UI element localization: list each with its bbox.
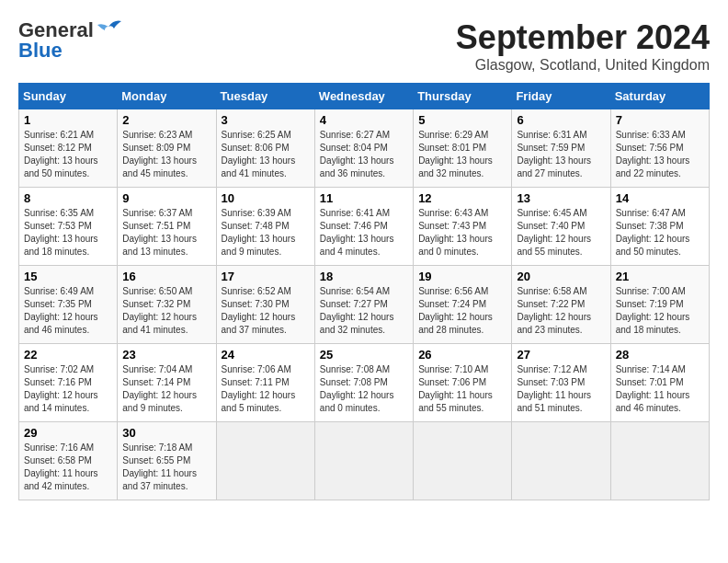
day-number: 15 <box>24 270 112 283</box>
day-number: 2 <box>122 113 210 127</box>
day-number: 7 <box>616 113 704 127</box>
day-number: 20 <box>517 270 605 283</box>
day-number: 19 <box>418 270 506 283</box>
calendar-cell: 6Sunrise: 6:31 AM Sunset: 7:59 PM Daylig… <box>512 109 610 188</box>
day-info: Sunrise: 6:50 AM Sunset: 7:32 PM Dayligh… <box>122 285 210 337</box>
calendar-cell: 17Sunrise: 6:52 AM Sunset: 7:30 PM Dayli… <box>216 266 314 344</box>
calendar-week-1: 1Sunrise: 6:21 AM Sunset: 8:12 PM Daylig… <box>19 109 710 188</box>
day-info: Sunrise: 7:08 AM Sunset: 7:08 PM Dayligh… <box>320 363 408 415</box>
day-number: 23 <box>122 348 210 362</box>
day-number: 6 <box>517 113 605 127</box>
calendar-cell <box>216 422 314 500</box>
logo: General Blue <box>18 18 121 63</box>
calendar-cell: 5Sunrise: 6:29 AM Sunset: 8:01 PM Daylig… <box>414 109 512 188</box>
calendar-cell: 28Sunrise: 7:14 AM Sunset: 7:01 PM Dayli… <box>610 344 709 422</box>
weekday-header-row: SundayMondayTuesdayWednesdayThursdayFrid… <box>19 84 710 109</box>
weekday-header-tuesday: Tuesday <box>216 84 314 109</box>
weekday-header-sunday: Sunday <box>19 84 118 109</box>
calendar-cell: 20Sunrise: 6:58 AM Sunset: 7:22 PM Dayli… <box>512 266 610 344</box>
calendar-cell: 30Sunrise: 7:18 AM Sunset: 6:55 PM Dayli… <box>118 422 216 500</box>
calendar-table: SundayMondayTuesdayWednesdayThursdayFrid… <box>18 83 710 500</box>
day-info: Sunrise: 6:39 AM Sunset: 7:48 PM Dayligh… <box>222 207 310 259</box>
calendar-cell: 14Sunrise: 6:47 AM Sunset: 7:38 PM Dayli… <box>610 188 709 266</box>
location: Glasgow, Scotland, United Kingdom <box>456 57 710 74</box>
day-info: Sunrise: 6:35 AM Sunset: 7:53 PM Dayligh… <box>24 207 112 259</box>
day-number: 9 <box>122 191 210 205</box>
day-info: Sunrise: 6:45 AM Sunset: 7:40 PM Dayligh… <box>517 207 605 259</box>
day-info: Sunrise: 6:43 AM Sunset: 7:43 PM Dayligh… <box>418 207 506 259</box>
calendar-cell: 19Sunrise: 6:56 AM Sunset: 7:24 PM Dayli… <box>414 266 512 344</box>
weekday-header-monday: Monday <box>118 84 216 109</box>
day-number: 18 <box>320 270 408 283</box>
calendar-week-4: 22Sunrise: 7:02 AM Sunset: 7:16 PM Dayli… <box>19 344 710 422</box>
weekday-header-saturday: Saturday <box>610 84 709 109</box>
calendar-cell: 16Sunrise: 6:50 AM Sunset: 7:32 PM Dayli… <box>118 266 216 344</box>
day-number: 17 <box>222 270 310 283</box>
calendar-cell: 1Sunrise: 6:21 AM Sunset: 8:12 PM Daylig… <box>19 109 118 188</box>
calendar-cell: 4Sunrise: 6:27 AM Sunset: 8:04 PM Daylig… <box>314 109 413 188</box>
day-info: Sunrise: 7:06 AM Sunset: 7:11 PM Dayligh… <box>222 363 310 415</box>
day-number: 29 <box>24 426 112 440</box>
calendar-week-2: 8Sunrise: 6:35 AM Sunset: 7:53 PM Daylig… <box>19 188 710 266</box>
day-number: 26 <box>418 348 506 362</box>
day-info: Sunrise: 7:16 AM Sunset: 6:58 PM Dayligh… <box>24 442 112 493</box>
day-number: 12 <box>418 191 506 205</box>
calendar-cell: 15Sunrise: 6:49 AM Sunset: 7:35 PM Dayli… <box>19 266 118 344</box>
day-info: Sunrise: 6:56 AM Sunset: 7:24 PM Dayligh… <box>418 285 506 337</box>
weekday-header-thursday: Thursday <box>414 84 512 109</box>
day-info: Sunrise: 6:21 AM Sunset: 8:12 PM Dayligh… <box>24 129 112 180</box>
day-number: 4 <box>320 113 408 127</box>
calendar-week-3: 15Sunrise: 6:49 AM Sunset: 7:35 PM Dayli… <box>19 266 710 344</box>
calendar-cell: 7Sunrise: 6:33 AM Sunset: 7:56 PM Daylig… <box>610 109 709 188</box>
calendar-cell: 26Sunrise: 7:10 AM Sunset: 7:06 PM Dayli… <box>414 344 512 422</box>
day-info: Sunrise: 6:29 AM Sunset: 8:01 PM Dayligh… <box>418 129 506 180</box>
day-info: Sunrise: 6:49 AM Sunset: 7:35 PM Dayligh… <box>24 285 112 337</box>
calendar-cell: 21Sunrise: 7:00 AM Sunset: 7:19 PM Dayli… <box>610 266 709 344</box>
day-info: Sunrise: 7:14 AM Sunset: 7:01 PM Dayligh… <box>616 363 704 415</box>
page-header: General Blue September 2024 Glasgow, Sco… <box>18 18 710 74</box>
calendar-week-5: 29Sunrise: 7:16 AM Sunset: 6:58 PM Dayli… <box>19 422 710 500</box>
day-number: 16 <box>122 270 210 283</box>
day-info: Sunrise: 7:10 AM Sunset: 7:06 PM Dayligh… <box>418 363 506 415</box>
day-number: 5 <box>418 113 506 127</box>
day-number: 28 <box>616 348 704 362</box>
calendar-cell: 25Sunrise: 7:08 AM Sunset: 7:08 PM Dayli… <box>314 344 413 422</box>
calendar-cell: 18Sunrise: 6:54 AM Sunset: 7:27 PM Dayli… <box>314 266 413 344</box>
day-number: 27 <box>517 348 605 362</box>
weekday-header-friday: Friday <box>512 84 610 109</box>
day-number: 22 <box>24 348 112 362</box>
day-number: 13 <box>517 191 605 205</box>
calendar-cell: 8Sunrise: 6:35 AM Sunset: 7:53 PM Daylig… <box>19 188 118 266</box>
day-number: 8 <box>24 191 112 205</box>
day-info: Sunrise: 6:52 AM Sunset: 7:30 PM Dayligh… <box>222 285 310 337</box>
day-info: Sunrise: 6:23 AM Sunset: 8:09 PM Dayligh… <box>122 129 210 180</box>
month-title: September 2024 <box>456 18 710 57</box>
calendar-cell <box>610 422 709 500</box>
weekday-header-wednesday: Wednesday <box>314 84 413 109</box>
day-info: Sunrise: 6:31 AM Sunset: 7:59 PM Dayligh… <box>517 129 605 180</box>
calendar-cell: 9Sunrise: 6:37 AM Sunset: 7:51 PM Daylig… <box>118 188 216 266</box>
day-info: Sunrise: 6:33 AM Sunset: 7:56 PM Dayligh… <box>616 129 704 180</box>
calendar-cell <box>314 422 413 500</box>
calendar-cell: 11Sunrise: 6:41 AM Sunset: 7:46 PM Dayli… <box>314 188 413 266</box>
day-number: 10 <box>222 191 310 205</box>
day-info: Sunrise: 6:37 AM Sunset: 7:51 PM Dayligh… <box>122 207 210 259</box>
day-info: Sunrise: 7:04 AM Sunset: 7:14 PM Dayligh… <box>122 363 210 415</box>
calendar-cell: 12Sunrise: 6:43 AM Sunset: 7:43 PM Dayli… <box>414 188 512 266</box>
day-number: 21 <box>616 270 704 283</box>
day-number: 3 <box>222 113 310 127</box>
day-info: Sunrise: 6:25 AM Sunset: 8:06 PM Dayligh… <box>222 129 310 180</box>
calendar-cell: 2Sunrise: 6:23 AM Sunset: 8:09 PM Daylig… <box>118 109 216 188</box>
calendar-cell: 22Sunrise: 7:02 AM Sunset: 7:16 PM Dayli… <box>19 344 118 422</box>
day-info: Sunrise: 7:12 AM Sunset: 7:03 PM Dayligh… <box>517 363 605 415</box>
day-info: Sunrise: 7:02 AM Sunset: 7:16 PM Dayligh… <box>24 363 112 415</box>
calendar-cell: 27Sunrise: 7:12 AM Sunset: 7:03 PM Dayli… <box>512 344 610 422</box>
logo-blue: Blue <box>18 39 63 63</box>
calendar-cell: 3Sunrise: 6:25 AM Sunset: 8:06 PM Daylig… <box>216 109 314 188</box>
calendar-cell: 24Sunrise: 7:06 AM Sunset: 7:11 PM Dayli… <box>216 344 314 422</box>
calendar-cell: 10Sunrise: 6:39 AM Sunset: 7:48 PM Dayli… <box>216 188 314 266</box>
day-number: 14 <box>616 191 704 205</box>
calendar-cell <box>414 422 512 500</box>
day-number: 24 <box>222 348 310 362</box>
day-number: 1 <box>24 113 112 127</box>
